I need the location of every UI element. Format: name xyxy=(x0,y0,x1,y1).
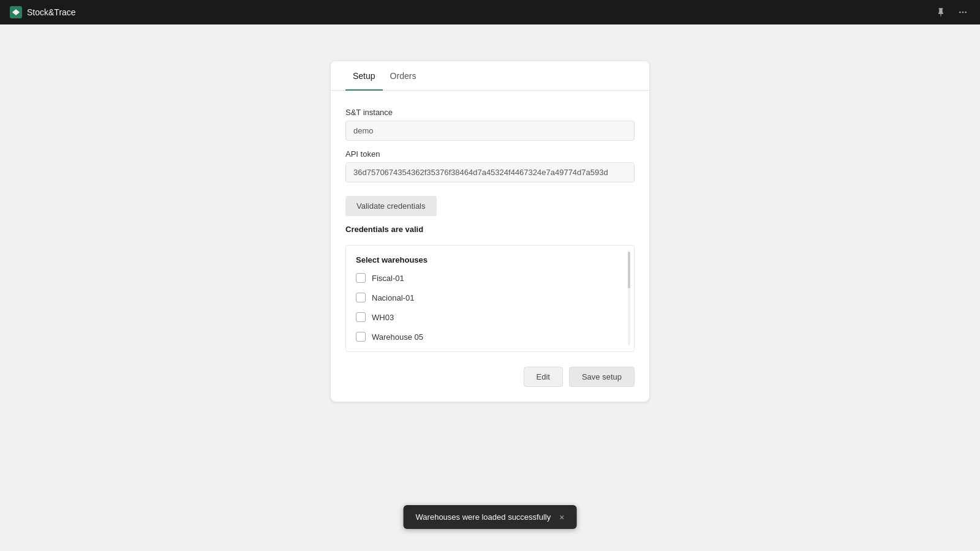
api-token-field-group: API token xyxy=(345,149,635,182)
checkbox-wh03[interactable] xyxy=(356,312,366,322)
toast-message: Warehouses were loaded successfully xyxy=(416,512,551,522)
instance-field-group: S&T instance xyxy=(345,108,635,141)
toast-notification: Warehouses were loaded successfully × xyxy=(404,505,577,529)
warehouse-item-warehouse-05[interactable]: Warehouse 05 xyxy=(356,332,624,342)
setup-card: Setup Orders S&T instance API token Vali… xyxy=(331,61,649,402)
app-logo-icon xyxy=(10,6,22,18)
edit-button[interactable]: Edit xyxy=(524,367,563,387)
api-token-label: API token xyxy=(345,149,635,159)
warehouse-label-nacional-01: Nacional-01 xyxy=(372,293,414,302)
topbar-actions xyxy=(933,5,970,20)
warehouse-item-fiscal-01[interactable]: Fiscal-01 xyxy=(356,273,624,283)
warehouse-label-wh03: WH03 xyxy=(372,313,394,322)
toast-close-button[interactable]: × xyxy=(559,513,564,522)
warehouse-label-warehouse-05: Warehouse 05 xyxy=(372,332,423,342)
more-button[interactable] xyxy=(956,5,970,20)
warehouse-item-nacional-01[interactable]: Nacional-01 xyxy=(356,293,624,302)
scroll-track xyxy=(628,252,630,345)
warehouses-title: Select warehouses xyxy=(356,255,624,264)
api-token-input[interactable] xyxy=(345,162,635,182)
instance-input[interactable] xyxy=(345,121,635,141)
validate-credentials-button[interactable]: Validate credentials xyxy=(345,196,437,216)
checkbox-nacional-01[interactable] xyxy=(356,293,366,302)
checkbox-fiscal-01[interactable] xyxy=(356,273,366,283)
tab-bar: Setup Orders xyxy=(331,61,649,91)
svg-point-3 xyxy=(965,12,967,13)
warehouse-label-fiscal-01: Fiscal-01 xyxy=(372,274,404,283)
warehouse-item-wh03[interactable]: WH03 xyxy=(356,312,624,322)
card-footer: Edit Save setup xyxy=(345,364,635,387)
main-content: Setup Orders S&T instance API token Vali… xyxy=(0,24,980,402)
svg-point-1 xyxy=(959,12,961,13)
svg-point-2 xyxy=(962,12,964,13)
app-title: Stock&Trace xyxy=(27,7,76,17)
warehouses-section: Select warehouses Fiscal-01 Nacional-01 … xyxy=(345,245,635,352)
checkbox-warehouse-05[interactable] xyxy=(356,332,366,342)
app-logo: Stock&Trace xyxy=(10,6,76,18)
card-body: S&T instance API token Validate credenti… xyxy=(331,91,649,402)
topbar: Stock&Trace xyxy=(0,0,980,24)
tab-orders[interactable]: Orders xyxy=(383,61,424,91)
scroll-thumb xyxy=(628,252,630,288)
pin-button[interactable] xyxy=(933,5,948,20)
tab-setup[interactable]: Setup xyxy=(345,61,383,91)
instance-label: S&T instance xyxy=(345,108,635,117)
save-setup-button[interactable]: Save setup xyxy=(569,367,635,387)
credentials-status: Credentials are valid xyxy=(345,225,635,234)
